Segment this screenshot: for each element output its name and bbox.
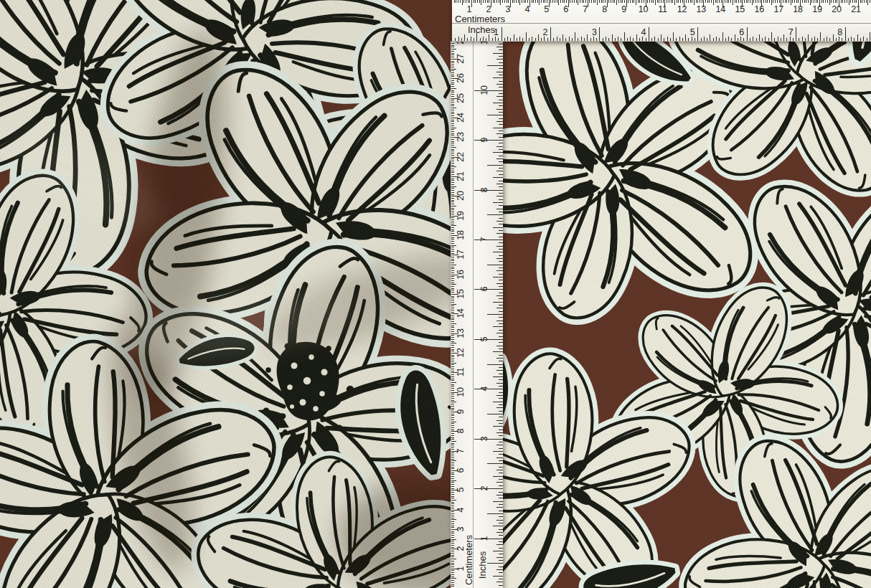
inch-sub-tick [499,367,504,368]
mm-tick [451,339,454,340]
inch-sub-tick [499,218,504,219]
mm-tick [451,113,454,114]
mm-tick [451,224,454,224]
mm-tick [451,108,456,108]
mm-tick [811,0,812,3]
inch-sub-tick [496,321,503,321]
inch-sub-tick [735,34,735,41]
inch-number: 9 [479,138,489,143]
inch-sub-tick [786,38,787,42]
inch-sub-tick [493,551,503,551]
mm-tick [599,0,600,3]
mm-tick [451,225,456,226]
mm-tick [487,0,488,3]
mm-tick [849,0,849,5]
inch-sub-tick [499,411,504,412]
inch-sub-tick [860,38,861,42]
mm-tick [735,0,735,3]
mm-tick [451,486,454,487]
inch-sub-tick [557,37,557,42]
cm-number: 18 [793,4,803,14]
inch-sub-tick [493,252,503,252]
mm-tick [451,351,454,351]
mm-tick [860,0,861,3]
mm-tick [451,556,454,557]
mm-tick [451,62,454,63]
inch-sub-tick [499,199,504,200]
cm-number: 6 [456,468,466,473]
inch-sub-tick [487,414,503,414]
cm-number: 8 [456,429,466,434]
mm-tick [690,0,691,3]
mm-tick [451,128,456,128]
mm-tick [475,0,476,3]
inch-sub-tick [493,476,503,477]
mm-tick [451,121,454,122]
inch-sub-tick [529,38,529,42]
mm-tick [451,278,454,279]
inch-tick [697,27,698,41]
inch-sub-tick [499,193,504,194]
mm-tick [451,382,456,383]
inch-sub-tick [553,38,554,42]
mm-tick [451,135,454,136]
mm-tick [555,0,555,3]
mm-tick [451,343,456,343]
mm-tick [451,201,454,202]
inch-sub-tick [829,38,830,42]
inch-sub-tick [799,38,799,42]
inch-sub-tick [489,34,489,41]
inch-sub-tick [499,280,504,280]
mm-tick [796,0,797,3]
mm-tick [545,0,545,3]
inch-sub-tick [496,209,503,209]
mm-tick [867,0,868,5]
inch-sub-tick [499,492,504,493]
inch-sub-tick [499,336,504,337]
inch-sub-tick [725,38,726,42]
cm-number: 24 [456,113,466,123]
mm-tick [451,131,454,132]
mm-tick [769,0,770,3]
mm-tick [485,0,486,3]
inch-sub-tick [627,38,628,42]
inch-sub-tick [507,37,508,42]
mm-tick [451,80,454,81]
mm-tick [451,257,454,257]
mm-tick [451,445,454,445]
mm-tick [451,217,454,218]
mm-tick [725,0,725,3]
mm-tick [713,0,714,5]
cm-number: 20 [456,191,466,201]
inch-sub-tick [493,152,503,153]
inch-number: 5 [690,27,695,37]
mm-tick [451,526,454,526]
side-ruler-scale-divider [473,41,474,588]
mm-tick [835,0,836,3]
mm-tick [451,214,454,214]
inch-sub-tick [499,212,504,212]
mm-tick [558,0,559,5]
mm-tick [462,0,463,5]
inch-sub-tick [487,65,503,66]
mm-tick [674,0,675,5]
mm-tick [516,0,517,3]
inch-sub-tick [499,430,504,430]
inch-sub-tick [493,576,503,577]
mm-tick [605,0,606,3]
inch-sub-tick [464,34,465,41]
inch-sub-tick [499,566,504,567]
mm-tick [451,374,454,375]
inch-sub-tick [493,128,503,128]
mm-tick [634,0,634,3]
inch-sub-tick [541,38,542,42]
mm-tick [844,0,845,3]
mm-tick [451,308,454,308]
mm-tick [785,0,786,3]
mm-tick [451,143,454,143]
mm-tick [597,0,598,5]
mm-tick [566,0,567,3]
cm-number: 7 [583,4,588,14]
mm-tick [451,511,454,512]
mm-tick [451,149,454,150]
